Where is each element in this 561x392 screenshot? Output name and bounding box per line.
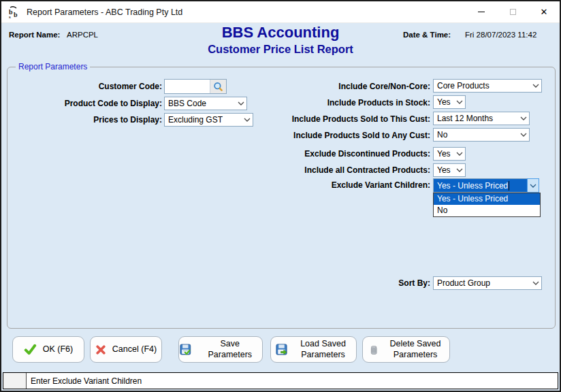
- delete-saved-parameters-button[interactable]: Delete Saved Parameters: [362, 336, 450, 363]
- chevron-down-icon: [530, 277, 541, 289]
- window-controls: ✕: [466, 1, 560, 22]
- chevron-down-icon: [453, 164, 465, 176]
- minimize-button[interactable]: [466, 1, 497, 22]
- maximize-icon: [510, 9, 516, 15]
- exclude-discontinued-combo[interactable]: Yes: [433, 147, 466, 161]
- text-caret: [509, 181, 509, 191]
- status-bar-left-panel: [3, 373, 27, 389]
- sold-to-any-cust-label: Include Products Sold to Any Cust:: [212, 131, 430, 140]
- prices-display-label: Prices to Display:: [7, 115, 162, 125]
- customer-code-label: Customer Code:: [7, 82, 162, 91]
- close-icon: ✕: [541, 7, 548, 16]
- report-title: Customer Price List Report: [1, 43, 560, 56]
- sold-to-any-cust-combo[interactable]: No: [433, 128, 530, 142]
- exclude-discontinued-label: Exclude Discontinued Products:: [212, 149, 430, 159]
- droplist-option-no[interactable]: No: [434, 205, 540, 216]
- status-bar: Enter Exclude Variant Children: [3, 372, 558, 389]
- chevron-down-icon: [530, 80, 541, 92]
- ok-button[interactable]: OK (F6): [12, 336, 84, 363]
- datetime-value: Fri 28/07/2023 11:42: [465, 31, 536, 39]
- title-bar: b s b Report Parameters - ABC Trading Pt…: [1, 1, 560, 23]
- chevron-down-icon: [517, 112, 529, 125]
- save-parameters-button[interactable]: Save Parameters: [178, 336, 263, 363]
- customer-code-input[interactable]: [165, 80, 210, 93]
- droplist-option-yes-unless-priced[interactable]: Yes - Unless Priced: [434, 193, 540, 205]
- svg-text:s: s: [9, 14, 11, 19]
- dialog-body: Report Name: ARPCPL BBS Accounting Custo…: [1, 23, 560, 391]
- close-button[interactable]: ✕: [528, 1, 560, 22]
- sold-to-this-cust-combo[interactable]: Last 12 Months: [433, 112, 530, 125]
- sold-to-this-cust-label: Include Products Sold to This Cust:: [212, 114, 430, 124]
- group-title: Report Parameters: [16, 62, 90, 71]
- product-code-display-label: Product Code to Display:: [7, 99, 162, 108]
- cancel-button[interactable]: Cancel (F4): [90, 336, 162, 363]
- include-in-stock-combo[interactable]: Yes: [433, 95, 466, 109]
- chevron-down-icon: [453, 96, 465, 108]
- chevron-down-icon: [517, 129, 529, 141]
- load-disk-icon: [275, 343, 288, 356]
- report-parameters-group: Report Parameters Customer Code: Product…: [7, 67, 556, 329]
- sort-by-combo[interactable]: Product Group: [433, 276, 542, 290]
- exclude-variant-children-combo[interactable]: Yes - Unless Priced: [433, 178, 539, 193]
- include-contracted-label: Include all Contracted Products:: [212, 165, 430, 175]
- include-core-combo[interactable]: Core Products: [433, 79, 542, 93]
- chevron-down-icon: [453, 148, 465, 160]
- svg-text:b: b: [14, 11, 18, 18]
- window-title: Report Parameters - ABC Trading Pty Ltd: [27, 7, 182, 17]
- load-saved-parameters-button[interactable]: Load Saved Parameters: [270, 336, 357, 363]
- check-icon: [24, 343, 37, 356]
- maximize-button[interactable]: [497, 1, 528, 22]
- trash-bin-icon: [368, 344, 380, 356]
- chevron-down-icon[interactable]: [527, 178, 539, 193]
- minimize-icon: [478, 12, 485, 12]
- datetime-label: Date & Time:: [403, 31, 451, 39]
- cancel-x-icon: [95, 344, 106, 355]
- include-core-label: Include Core/Non-Core:: [212, 82, 430, 91]
- sort-by-label: Sort By:: [212, 278, 430, 288]
- status-message: Enter Exclude Variant Children: [27, 376, 142, 386]
- include-in-stock-label: Include Products in Stock:: [212, 98, 430, 108]
- report-parameters-window: b s b Report Parameters - ABC Trading Pt…: [0, 0, 561, 392]
- save-disk-icon: [179, 343, 192, 356]
- include-contracted-combo[interactable]: Yes: [433, 163, 466, 177]
- exclude-variant-children-label: Exclude Variant Children:: [212, 180, 430, 190]
- exclude-variant-children-droplist: Yes - Unless Priced No: [433, 193, 541, 217]
- app-logo-icon: b s b: [7, 5, 21, 19]
